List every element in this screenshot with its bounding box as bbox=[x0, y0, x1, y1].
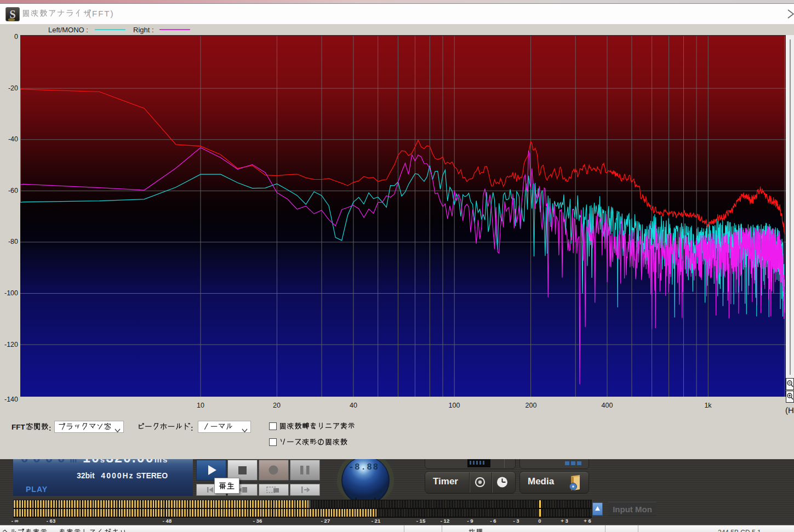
svg-text:S: S bbox=[9, 8, 15, 20]
